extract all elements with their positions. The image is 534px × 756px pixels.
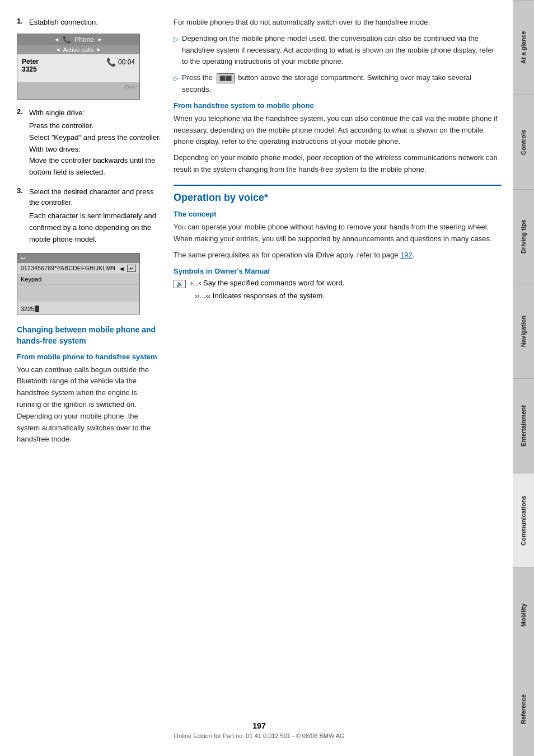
- sidebar-tab-entertainment[interactable]: Entertainment: [513, 378, 534, 473]
- step-3-detail: Each character is sent immediately and c…: [29, 210, 162, 245]
- right-column: For mobile phones that do not automatica…: [174, 17, 502, 705]
- phone-label: Phone: [74, 36, 94, 44]
- keypad-ui-mockup: ↩ 0123456789*#ABCDEFGHIJKLMN ◄ ↵ Keypad …: [17, 253, 140, 314]
- copyright-text: Online Edition for Part no. 01 41 0 012 …: [17, 732, 502, 739]
- active-calls-nav-left: ◄: [55, 46, 61, 53]
- call-duration: 00:04: [118, 58, 135, 66]
- page-number: 197: [17, 721, 502, 730]
- step-2: 2. With single drive: Press the controll…: [17, 107, 162, 179]
- concept-body1: You can operate your mobile phone withou…: [174, 222, 502, 245]
- step-3-number: 3.: [17, 186, 26, 208]
- sidebar-tab-driving-tips[interactable]: Driving tips: [513, 189, 534, 284]
- step-2-number: 2.: [17, 107, 26, 119]
- from-handsfree-body1: When you telephone via the handsfree sys…: [174, 113, 502, 148]
- storage-button-icon: ⬛⬛: [217, 73, 235, 83]
- step-1-number: 1.: [17, 17, 26, 28]
- phone-ui-body: Peter 3325 📞 00:04: [17, 54, 139, 82]
- operation-by-voice-title: Operation by voice*: [174, 185, 502, 204]
- handsfree-intro-text: For mobile phones that do not automatica…: [174, 17, 502, 29]
- step-2-line3: With two drives:: [29, 144, 162, 156]
- step-1: 1. Establish connection. ◄ 📞 Phone ► ◄ A…: [17, 17, 162, 100]
- step-1-text: Establish connection.: [29, 17, 98, 28]
- from-mobile-subtitle: From mobile phone to handsfree system: [17, 353, 162, 361]
- symbol-row-1: 🔊 ›...‹ Say the specified commands word …: [174, 279, 502, 288]
- step-2-line2: Select "Keypad" and press the controller…: [29, 132, 162, 144]
- phone-nav-right: ►: [97, 36, 103, 43]
- keypad-ui-header: ↩: [17, 253, 139, 263]
- keypad-left-arrow: ◄: [119, 265, 125, 272]
- active-calls-label: Active calls: [63, 46, 93, 53]
- brand-text: iDrive: [124, 84, 137, 90]
- changing-section-title: Changing between mobile phone and hands-…: [17, 325, 162, 346]
- sidebar-tab-communications[interactable]: Communications: [513, 473, 534, 567]
- bullet-2-text: Press the ⬛⬛ button above the storage co…: [182, 72, 502, 96]
- phone-ui-subheader: ◄ Active calls ►: [17, 45, 139, 54]
- symbol-1-badge: 🔊: [174, 280, 186, 288]
- step-2-line1: Press the controller.: [29, 120, 162, 132]
- symbol-2-text: ››...‹‹ Indicates responses of the syste…: [195, 292, 325, 300]
- bullet-item-1: ▷ Depending on the mobile phone model us…: [174, 33, 502, 68]
- phone-handset-icon: 📞: [106, 58, 116, 67]
- symbol-row-2: ››...‹‹ Indicates responses of the syste…: [195, 292, 502, 300]
- left-section-title: Changing between mobile phone and hands-…: [17, 325, 162, 445]
- step-2-details: Press the controller. Select "Keypad" an…: [29, 120, 162, 179]
- step-2-line4: Move the controller backwards until the …: [29, 155, 162, 179]
- idrive-page-link[interactable]: 192: [400, 251, 413, 259]
- call-time: 📞 00:04: [106, 58, 135, 67]
- bullet-arrow-2: ▷: [174, 73, 179, 96]
- step-3-intro: Select the desired character and press t…: [29, 186, 162, 208]
- phone-ui-header: ◄ 📞 Phone ►: [17, 34, 139, 45]
- from-handsfree-subtitle: From handsfree system to mobile phone: [174, 101, 502, 110]
- two-column-layout: 1. Establish connection. ◄ 📞 Phone ► ◄ A…: [17, 17, 502, 705]
- concept-body2: The same prerequisites as for operation …: [174, 250, 502, 261]
- step-2-intro: With single drive:: [29, 107, 85, 119]
- phone-ui-mockup: ◄ 📞 Phone ► ◄ Active calls ► Peter 3325: [17, 34, 140, 100]
- step-3: 3. Select the desired character and pres…: [17, 186, 162, 245]
- keypad-enter-icon: ↵: [127, 265, 136, 272]
- keypad-number-display: 3225: [17, 302, 139, 314]
- sidebar-tab-mobility[interactable]: Mobility: [513, 567, 534, 662]
- symbol-1-icon: 🔊: [174, 279, 186, 288]
- sidebar-tab-reference[interactable]: Reference: [513, 662, 534, 756]
- sidebar: At a glance Controls Driving tips Naviga…: [513, 0, 534, 756]
- bullet-2-pre: Press the: [182, 73, 213, 82]
- phone-nav-left: ◄: [54, 36, 59, 43]
- keypad-cursor: [35, 306, 39, 312]
- left-column: 1. Establish connection. ◄ 📞 Phone ► ◄ A…: [17, 17, 162, 705]
- caller-number: 3325: [22, 65, 39, 73]
- from-mobile-body: You can continue calls begun outside the…: [17, 364, 162, 446]
- active-calls-nav-right: ►: [96, 46, 102, 53]
- concept-subtitle: The concept: [174, 210, 502, 218]
- page-footer: 197 Online Edition for Part no. 01 41 0 …: [17, 716, 502, 739]
- keypad-chars-row: 0123456789*#ABCDEFGHIJKLMN ◄ ↵: [17, 263, 139, 274]
- phone-icon: 📞: [63, 36, 71, 44]
- bullet-1-text: Depending on the mobile phone model used…: [182, 33, 502, 68]
- caller-name: Peter: [22, 58, 39, 65]
- keypad-label: Keypad: [17, 274, 139, 285]
- from-handsfree-body2: Depending on your mobile phone model, po…: [174, 152, 502, 176]
- bullet-arrow-1: ▷: [174, 34, 179, 68]
- keypad-spacer: [17, 285, 139, 302]
- keypad-chars: 0123456789*#ABCDEFGHIJKLMN: [21, 265, 115, 271]
- symbols-subtitle: Symbols in Owner's Manual: [174, 267, 502, 275]
- main-content: 1. Establish connection. ◄ 📞 Phone ► ◄ A…: [0, 0, 513, 756]
- keypad-back-icon: ↩: [21, 255, 26, 262]
- symbol-1-text: ›...‹ Say the specified commands word fo…: [190, 279, 344, 287]
- keypad-nav-icons: ◄ ↵: [119, 265, 136, 272]
- phone-ui-brand: iDrive: [17, 82, 139, 99]
- keypad-number-text: 3225: [21, 306, 34, 312]
- bullet-item-2: ▷ Press the ⬛⬛ button above the storage …: [174, 72, 502, 96]
- sidebar-tab-navigation[interactable]: Navigation: [513, 284, 534, 378]
- sidebar-tab-at-a-glance[interactable]: At a glance: [513, 0, 534, 95]
- sidebar-tab-controls[interactable]: Controls: [513, 95, 534, 189]
